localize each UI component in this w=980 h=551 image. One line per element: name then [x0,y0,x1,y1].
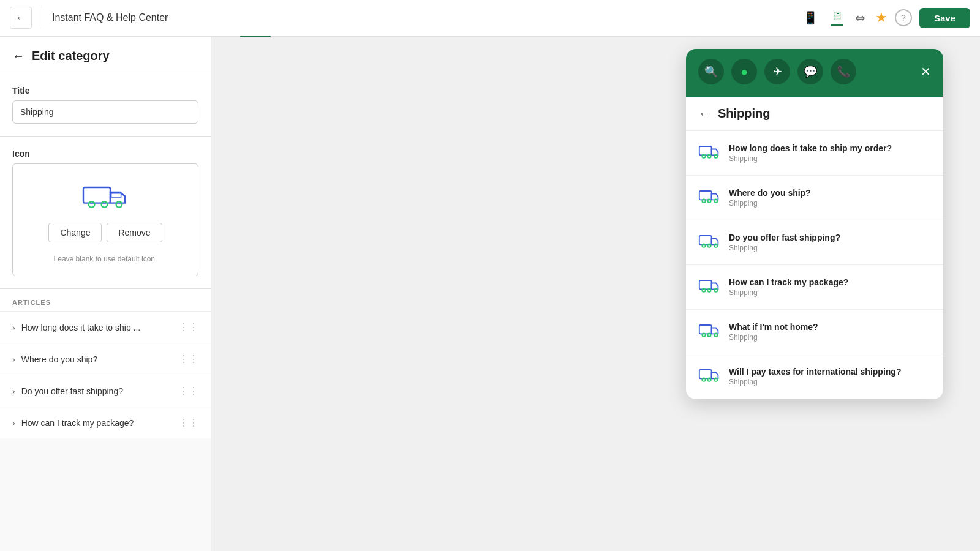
icon-hint: Leave blank to use default icon. [54,255,157,263]
svg-point-26 [707,378,710,381]
change-icon-button[interactable]: Change [48,223,102,242]
back-arrow-icon: ← [15,12,26,24]
svg-point-10 [707,200,710,203]
faq-item[interactable]: Where do you ship? Shipping [686,176,943,220]
faq-category: Shipping [729,154,931,163]
articles-section: ARTICLES › How long does it take to ship… [0,289,211,438]
responsive-icon[interactable]: ⇔ [855,10,865,25]
svg-point-6 [707,155,710,158]
topbar-right: ★ ? Save [875,8,970,28]
truck-icon-container [81,176,130,213]
widget-messenger-button[interactable]: 💬 [797,59,823,84]
sidebar-back-button[interactable]: ← [12,49,24,63]
svg-rect-12 [699,236,712,244]
svg-point-23 [714,334,717,337]
faq-category: Shipping [729,288,931,297]
widget-contact-icons: 🔍 ● ✈ 💬 📞 [698,59,856,84]
faq-category: Shipping [729,199,931,208]
faq-item[interactable]: Will I pay taxes for international shipp… [686,354,943,399]
faq-category: Shipping [729,333,931,342]
faq-content: How can I track my package? Shipping [729,277,931,297]
svg-rect-16 [699,280,712,289]
article-item[interactable]: › How long does it take to ship ... ⋮⋮ [0,311,211,343]
sidebar-header: ← Edit category [0,37,211,73]
remove-icon-button[interactable]: Remove [107,223,162,242]
faq-item[interactable]: Do you offer fast shipping? Shipping [686,220,943,265]
faq-title: How can I track my package? [729,277,931,287]
svg-point-25 [702,378,705,381]
sidebar: ← Edit category Title Icon [0,37,211,551]
svg-point-18 [707,289,710,292]
article-item[interactable]: › Where do you ship? ⋮⋮ [0,343,211,375]
widget-phone-button[interactable]: 📞 [831,59,856,84]
svg-point-7 [714,155,717,158]
drag-handle-icon[interactable]: ⋮⋮ [179,385,198,397]
svg-point-22 [707,334,710,337]
save-button[interactable]: Save [919,8,970,28]
widget-body: ← Shipping How l [686,97,943,399]
search-icon: 🔍 [704,65,718,78]
drag-handle-icon[interactable]: ⋮⋮ [179,417,198,429]
faq-category: Shipping [729,244,931,252]
title-input[interactable] [12,100,198,124]
svg-point-15 [714,244,717,247]
svg-point-13 [702,244,705,247]
topbar-divider [42,7,42,29]
faq-category: Shipping [729,378,931,386]
desktop-icon[interactable]: 🖥 [831,9,843,26]
faq-content: What if I'm not home? Shipping [729,322,931,342]
widget-close-button[interactable]: ✕ [921,64,931,79]
article-text: How long does it take to ship ... [21,323,179,332]
article-item[interactable]: › Do you offer fast shipping? ⋮⋮ [0,375,211,407]
svg-rect-4 [699,146,712,155]
svg-rect-8 [699,191,712,200]
article-text: Do you offer fast shipping? [21,386,179,396]
star-icon[interactable]: ★ [875,10,888,26]
widget-telegram-button[interactable]: ✈ [764,59,790,84]
messenger-icon: 💬 [804,65,817,78]
widget-back-button[interactable]: ← [698,107,710,121]
svg-rect-20 [699,325,712,334]
faq-title: Where do you ship? [729,188,931,198]
faq-widget: 🔍 ● ✈ 💬 📞 ✕ [686,49,943,399]
svg-point-21 [702,334,705,337]
svg-rect-0 [83,187,110,203]
faq-truck-icon [698,186,720,210]
faq-content: Do you offer fast shipping? Shipping [729,233,931,252]
articles-header: ARTICLES [0,289,211,311]
topbar: ← Instant FAQ & Help Center 📱 🖥 ⇔ ★ ? Sa… [0,0,980,37]
drag-handle-icon[interactable]: ⋮⋮ [179,321,198,333]
faq-item[interactable]: How long does it take to ship my order? … [686,131,943,176]
widget-whatsapp-button[interactable]: ● [731,59,757,84]
faq-title: Do you offer fast shipping? [729,233,931,242]
article-item[interactable]: › How can I track my package? ⋮⋮ [0,407,211,438]
telegram-icon: ✈ [773,65,782,78]
faq-item[interactable]: How can I track my package? Shipping [686,265,943,310]
svg-point-17 [702,289,705,292]
chevron-icon: › [12,418,15,428]
faq-content: Will I pay taxes for international shipp… [729,367,931,386]
help-icon[interactable]: ? [895,9,912,26]
main-content: 🔍 ● ✈ 💬 📞 ✕ [211,37,980,551]
widget-search-button[interactable]: 🔍 [698,59,724,84]
title-label: Title [12,86,198,96]
drag-handle-icon[interactable]: ⋮⋮ [179,353,198,365]
icon-section: Icon [0,137,211,289]
sidebar-title: Edit category [32,49,110,63]
whatsapp-icon: ● [741,65,748,79]
chevron-icon: › [12,323,15,332]
icon-box: Change Remove Leave blank to use default… [12,163,198,276]
mobile-icon[interactable]: 📱 [803,10,818,25]
faq-content: How long does it take to ship my order? … [729,143,931,163]
svg-point-27 [714,378,717,381]
svg-point-5 [702,155,705,158]
topbar-title: Instant FAQ & Help Center [52,12,793,23]
svg-point-14 [707,244,710,247]
icon-buttons: Change Remove [48,223,162,242]
faq-truck-icon [698,230,720,255]
faq-title: Will I pay taxes for international shipp… [729,367,931,377]
faq-item[interactable]: What if I'm not home? Shipping [686,310,943,354]
article-text: Where do you ship? [21,354,179,364]
widget-subheader: ← Shipping [686,97,943,131]
topbar-back-button[interactable]: ← [10,7,32,29]
